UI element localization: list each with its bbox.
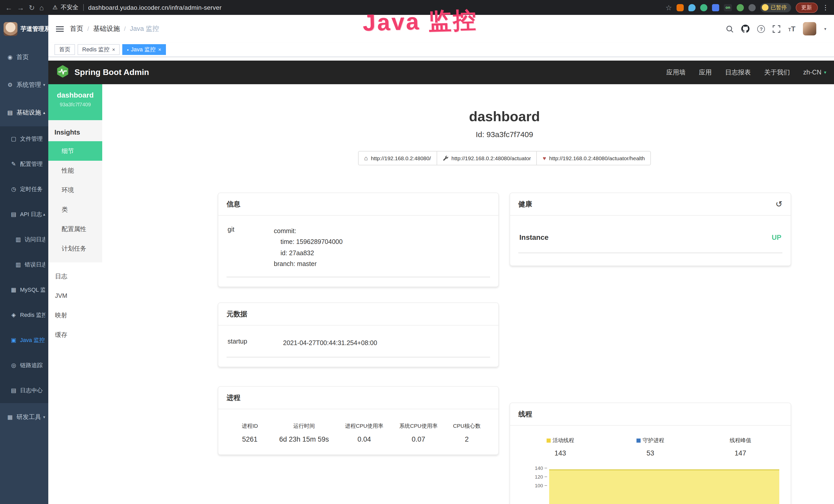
infrastructure-icon: ▤ <box>7 109 13 116</box>
breadcrumb-infrastructure[interactable]: 基础设施 <box>93 24 120 33</box>
tab-java-monitor[interactable]: ● Java 监控 × <box>122 44 166 55</box>
instance-id-subtitle: Id: 93a3fc7f7409 <box>218 130 791 139</box>
reload-icon[interactable]: ↻ <box>29 4 35 11</box>
sba-item-details[interactable]: 细节 <box>48 141 102 161</box>
github-icon[interactable] <box>742 25 750 33</box>
active-dot-icon: ● <box>127 48 129 51</box>
health-status-badge: UP <box>772 233 781 241</box>
legend-swatch-blue <box>636 438 641 443</box>
profile-paused-chip[interactable]: 已暂停 <box>760 3 791 12</box>
back-icon[interactable]: ← <box>5 4 12 11</box>
close-icon[interactable]: × <box>158 47 161 52</box>
process-card-title: 进程 <box>218 387 498 410</box>
update-button[interactable]: 更新 <box>795 2 817 13</box>
breadcrumb-home[interactable]: 首页 <box>70 24 83 33</box>
fullscreen-icon[interactable] <box>773 25 781 32</box>
security-warning-icon: ⚠ <box>52 4 58 11</box>
info-key: git <box>227 226 274 270</box>
chevron-down-icon: ▾ <box>43 415 45 419</box>
sba-item-scheduled-tasks[interactable]: 计划任务 <box>48 239 102 258</box>
sidebar-item-home[interactable]: ◉ 首页 <box>0 43 48 71</box>
timer-icon: ◷ <box>10 186 17 192</box>
metadata-key: startup <box>227 338 283 349</box>
user-avatar[interactable] <box>803 22 816 36</box>
close-icon[interactable]: × <box>112 47 115 52</box>
sidebar-item-trace[interactable]: ◎ 链路追踪 <box>0 353 48 378</box>
sidebar-item-java-monitor[interactable]: ▣ Java 监控 <box>0 328 48 353</box>
forward-icon[interactable]: → <box>17 4 24 11</box>
security-label[interactable]: 不安全 <box>61 4 78 11</box>
app-menu: ◉ 首页 ⚙ 系统管理 ▾ ▤ 基础设施 ▴ ▢ 文件管理 <box>0 43 48 504</box>
extension-icon-green-circle[interactable] <box>700 4 707 11</box>
process-card: 进程 进程ID 运行时间 进程CPU使用率 系统CPU使用率 CPU核心 <box>218 386 499 455</box>
sba-item-configprops[interactable]: 配置属性 <box>48 219 102 239</box>
sidebar-item-system-management[interactable]: ⚙ 系统管理 ▾ <box>0 71 48 98</box>
sba-item-caches[interactable]: 缓存 <box>48 325 102 345</box>
instance-home-link[interactable]: ⌂ http://192.168.0.2:48080/ <box>358 151 437 165</box>
home-icon: ⌂ <box>364 155 368 162</box>
log-center-icon: ▤ <box>10 387 17 394</box>
extensions-puzzle-icon[interactable] <box>748 4 756 11</box>
sidebar-item-config-management[interactable]: ✎ 配置管理 <box>0 152 48 177</box>
app-logo-row[interactable]: 芋道管理系统 <box>0 15 48 43</box>
sba-nav-wallboard[interactable]: 应用墙 <box>666 68 685 77</box>
extension-icon-leaf[interactable] <box>737 4 744 11</box>
search-icon[interactable] <box>726 25 734 32</box>
sba-nav-applications[interactable]: 应用 <box>699 68 712 77</box>
sba-item-mappings[interactable]: 映射 <box>48 305 102 325</box>
screen: ← → ↻ ⌂ ⚠ 不安全 dashboard.yudao.iocoder.cn… <box>0 0 834 504</box>
browser-home-icon[interactable]: ⌂ <box>39 4 44 11</box>
extension-icon-switch[interactable]: on <box>724 4 732 11</box>
spring-boot-admin-logo[interactable] <box>56 65 69 80</box>
edit-icon: ✎ <box>10 161 17 167</box>
tab-home[interactable]: 首页 <box>54 44 75 55</box>
sidebar-item-dev-tools[interactable]: ▦ 研发工具 ▾ <box>0 403 48 431</box>
sba-brand[interactable]: Spring Boot Admin <box>74 68 149 77</box>
sidebar-item-mysql-monitor[interactable]: ▦ MySQL 监控 <box>0 277 48 302</box>
sba-item-environment[interactable]: 环境 <box>48 180 102 200</box>
actuator-link[interactable]: http://192.168.0.2:48080/actuator <box>437 151 537 165</box>
sidebar-item-log-center[interactable]: ▤ 日志中心 <box>0 378 48 403</box>
history-icon[interactable]: ↺ <box>775 199 782 209</box>
sidebar-item-access-logs[interactable]: ▥ 访问日志 <box>0 227 48 252</box>
sidebar-item-error-logs[interactable]: ▥ 错误日志 <box>0 252 48 277</box>
address-bar[interactable]: ⚠ 不安全 dashboard.yudao.iocoder.cn/infra/a… <box>52 4 221 11</box>
sidebar-item-redis-monitor[interactable]: ◈ Redis 监控 <box>0 302 48 328</box>
sba-locale-select[interactable]: zh-CN ▾ <box>803 69 826 76</box>
health-instance-row[interactable]: Instance UP <box>518 226 782 253</box>
sidebar-item-infrastructure[interactable]: ▤ 基础设施 ▴ <box>0 98 48 126</box>
kebab-menu-icon[interactable]: ⋮ <box>822 4 829 11</box>
extension-icon-orange[interactable] <box>677 4 684 11</box>
sba-item-classes[interactable]: 类 <box>48 200 102 219</box>
file-icon: ▢ <box>10 136 17 142</box>
sba-item-logs[interactable]: 日志 <box>48 267 102 286</box>
sba-instance-header[interactable]: dashboard 93a3fc7f7409 <box>48 84 102 120</box>
url-text[interactable]: dashboard.yudao.iocoder.cn/infra/admin-s… <box>88 4 222 11</box>
sidebar-item-scheduled-jobs[interactable]: ◷ 定时任务 <box>0 177 48 202</box>
sidebar-item-file-management[interactable]: ▢ 文件管理 <box>0 126 48 152</box>
metadata-value: 2021-04-27T00:44:31.254+08:00 <box>283 338 489 349</box>
doc-icon: ▥ <box>15 261 22 268</box>
process-table: 进程ID 运行时间 进程CPU使用率 系统CPU使用率 CPU核心数 5261 … <box>226 419 490 445</box>
sba-nav-journal[interactable]: 日志报表 <box>725 68 751 77</box>
font-size-icon[interactable]: TT <box>788 25 795 33</box>
legend-live-threads: 活动线程 143 <box>515 437 606 457</box>
breadcrumb-separator: / <box>87 25 89 32</box>
tab-redis-monitor[interactable]: Redis 监控 × <box>78 44 120 55</box>
toolbox-icon: ▦ <box>7 414 13 420</box>
process-cpu: 0.04 <box>337 436 391 443</box>
extension-icon-drop[interactable] <box>688 4 696 11</box>
sba-insights-heading: Insights <box>48 120 102 141</box>
actuator-health-link[interactable]: ♥ http://192.168.0.2:48080/actuator/heal… <box>536 151 651 165</box>
sba-views-group: 日志 JVM 映射 缓存 <box>48 267 102 345</box>
extension-icon-blue-grid[interactable] <box>712 4 719 11</box>
sba-item-metrics[interactable]: 性能 <box>48 161 102 180</box>
avatar-caret-icon[interactable]: ▾ <box>824 26 826 31</box>
sidebar-item-api-logs[interactable]: ▤ API 日志 ▴ <box>0 202 48 227</box>
sba-nav-about[interactable]: 关于我们 <box>764 68 790 77</box>
bookmark-star-icon[interactable]: ☆ <box>665 4 672 11</box>
hamburger-icon[interactable] <box>56 26 64 31</box>
sba-item-jvm[interactable]: JVM <box>48 286 102 305</box>
help-icon[interactable]: ? <box>758 25 765 32</box>
process-pid: 5261 <box>228 436 271 443</box>
